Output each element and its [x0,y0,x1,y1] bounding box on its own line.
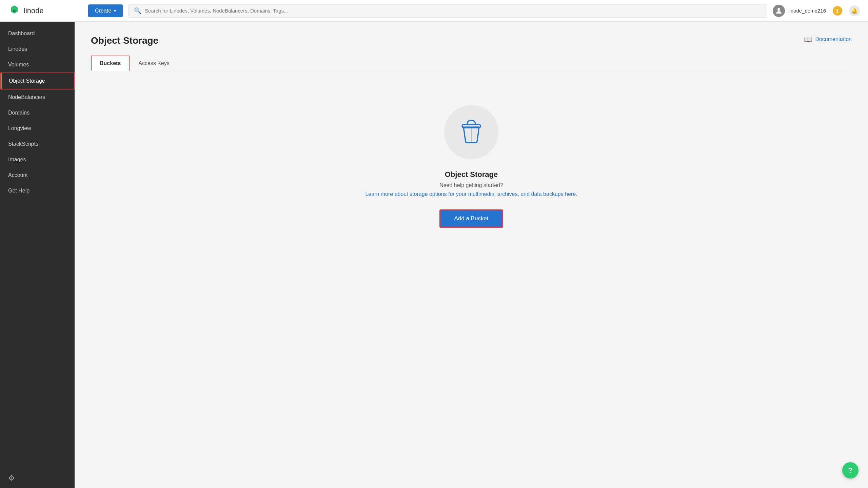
sidebar-item-images[interactable]: Images [0,152,75,167]
logo-text: linode [24,6,44,15]
sidebar-item-stackscripts[interactable]: StackScripts [0,136,75,152]
header-right: linode_demo216 1 🔔 [773,5,860,17]
add-bucket-button[interactable]: Add a Bucket [439,209,503,228]
help-button[interactable]: ? [842,462,859,479]
user-avatar [773,5,785,17]
layout: Dashboard Linodes Volumes Object Storage… [0,22,868,488]
documentation-label: Documentation [815,36,852,42]
notification-badge[interactable]: 1 [833,6,842,16]
main-content: Object Storage 📖 Documentation Buckets A… [75,22,868,488]
tab-access-keys[interactable]: Access Keys [130,56,178,71]
create-button[interactable]: Create ▾ [88,4,123,17]
tab-buckets[interactable]: Buckets [91,56,130,71]
sidebar-item-linodes[interactable]: Linodes [0,41,75,57]
search-input[interactable] [145,8,762,14]
svg-rect-4 [462,124,480,128]
svg-point-3 [777,8,780,11]
linode-logo-icon [8,5,20,17]
sidebar-item-volumes[interactable]: Volumes [0,57,75,73]
bell-icon[interactable]: 🔔 [849,5,860,16]
sidebar-item-object-storage[interactable]: Object Storage [0,73,75,89]
gear-icon[interactable]: ⚙ [8,474,15,482]
empty-state-subtitle: Need help getting started? [439,182,503,188]
user-menu[interactable]: linode_demo216 [773,5,826,17]
sidebar-bottom: ⚙ [0,468,75,488]
page-title: Object Storage [91,35,158,46]
search-icon: 🔍 [134,7,141,15]
sidebar-item-get-help[interactable]: Get Help [0,183,75,199]
chevron-down-icon: ▾ [114,8,116,13]
sidebar-item-account[interactable]: Account [0,167,75,183]
empty-state: Object Storage Need help getting started… [91,85,852,241]
top-header: linode Create ▾ 🔍 linode_demo216 1 🔔 [0,0,868,22]
bucket-icon [456,117,487,147]
empty-state-link[interactable]: Learn more about storage options for you… [365,191,577,197]
username: linode_demo216 [788,8,826,14]
sidebar-item-longview[interactable]: Longview [0,121,75,136]
documentation-link[interactable]: 📖 Documentation [804,35,852,43]
bucket-icon-circle [444,105,498,159]
create-label: Create [95,8,111,14]
logo: linode [8,5,83,17]
empty-state-title: Object Storage [445,170,498,179]
sidebar-item-domains[interactable]: Domains [0,105,75,121]
documentation-icon: 📖 [804,35,812,43]
sidebar: Dashboard Linodes Volumes Object Storage… [0,22,75,488]
sidebar-item-nodebalancers[interactable]: NodeBalancers [0,89,75,105]
svg-marker-2 [13,9,16,12]
page-header: Object Storage 📖 Documentation [91,35,852,46]
sidebar-item-dashboard[interactable]: Dashboard [0,26,75,41]
tabs: Buckets Access Keys [91,56,852,71]
search-bar: 🔍 [128,4,767,18]
